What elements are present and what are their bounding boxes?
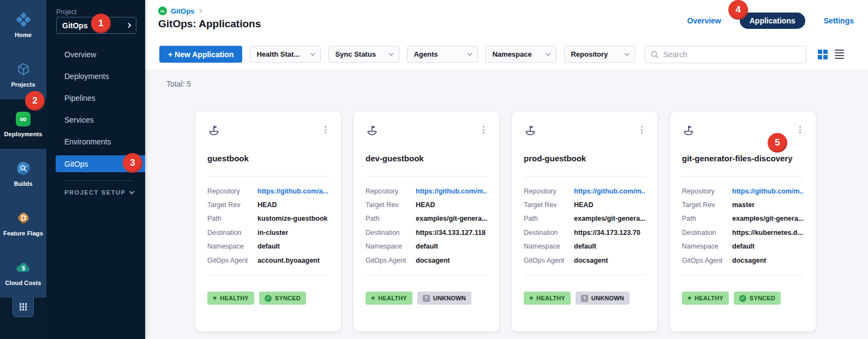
rail-module-cloud-costs[interactable]: $ Cloud Costs	[0, 248, 46, 298]
card-menu-kebab-icon[interactable]	[638, 124, 645, 135]
health-status-badge: ♥HEALTHY	[682, 292, 729, 305]
sidebar-item-label: Overview	[64, 50, 96, 59]
application-card-git-generator-files-discovery[interactable]: git-generator-files-discovery Repository…	[670, 112, 816, 331]
application-card-dev-guestbook[interactable]: dev-guestbook Repositoryhttps://github.c…	[354, 112, 499, 331]
page-header: ∞ GitOps GitOps: Applications Overview A…	[145, 0, 868, 71]
list-view-icon[interactable]	[835, 50, 844, 59]
deployments-icon: ∞	[16, 111, 31, 127]
filter-namespace[interactable]: Namespace	[486, 46, 556, 63]
row-label: Target Rev	[682, 201, 732, 209]
cloud-costs-icon: $	[15, 259, 32, 276]
rail-module-home[interactable]: Home	[0, 0, 46, 50]
annotation-badge-2: 2	[25, 91, 45, 111]
card-row-repository: Repositoryhttps://github.com/m...	[682, 184, 804, 198]
heart-icon: ♥	[687, 295, 691, 301]
card-row-target-rev: Target RevHEAD	[524, 198, 645, 211]
rail-module-feature-flags[interactable]: Feature Flags	[0, 198, 46, 248]
heart-icon: ♥	[529, 295, 533, 301]
repository-link[interactable]: https://github.com/m...	[574, 187, 645, 195]
row-value: default	[732, 243, 755, 250]
filter-label: Agents	[414, 50, 438, 58]
sidebar-item-label: GitOps	[64, 160, 88, 168]
card-row-agent: GitOps Agentdocsagent	[366, 253, 487, 267]
row-label: Namespace	[682, 243, 732, 250]
row-label: Repository	[682, 187, 732, 195]
card-row-repository: Repositoryhttps://github.com/m...	[366, 184, 487, 198]
rail-module-label: Deployments	[4, 131, 42, 137]
annotation-badge-3: 3	[123, 153, 142, 173]
application-card-prod-guestbook[interactable]: prod-guestbook Repositoryhttps://github.…	[512, 112, 657, 331]
heart-icon: ♥	[371, 295, 375, 301]
heart-icon: ♥	[213, 295, 217, 301]
filter-label: Namespace	[492, 50, 531, 58]
projects-cube-icon	[16, 61, 31, 77]
argo-app-icon	[682, 124, 695, 137]
new-application-button[interactable]: + New Application	[159, 46, 242, 63]
tab-applications[interactable]: Applications	[740, 13, 805, 29]
rail-module-label: Builds	[14, 180, 32, 187]
breadcrumb-gitops-link[interactable]: GitOps	[171, 7, 194, 15]
sidebar-item-services[interactable]: Services	[46, 109, 145, 131]
tab-settings[interactable]: Settings	[824, 16, 854, 25]
row-value: HEAD	[574, 201, 593, 209]
sidebar-item-deployments[interactable]: Deployments	[46, 65, 145, 87]
filter-health-status[interactable]: Health Stat...	[250, 46, 321, 63]
card-menu-kebab-icon[interactable]	[797, 124, 804, 135]
main-content: ∞ GitOps GitOps: Applications Overview A…	[145, 0, 868, 339]
check-circle-icon: ✓	[739, 295, 746, 302]
card-menu-kebab-icon[interactable]	[480, 124, 487, 135]
card-row-agent: GitOps Agentdocsagent	[524, 253, 645, 267]
sidebar-item-environments[interactable]: Environments	[46, 131, 145, 153]
row-value: https://34.173.123.70	[574, 229, 640, 237]
module-picker-button[interactable]	[13, 297, 34, 317]
row-label: GitOps Agent	[366, 257, 416, 264]
row-value: in-cluster	[258, 229, 288, 237]
search-input[interactable]	[663, 50, 800, 59]
filter-agents[interactable]: Agents	[407, 46, 478, 63]
card-row-path: Pathkustomize-guestbook	[207, 212, 329, 226]
card-menu-kebab-icon[interactable]	[322, 124, 329, 135]
grid-icon	[20, 303, 27, 311]
chevron-down-icon	[389, 51, 393, 56]
card-row-destination: Destinationhttps://34.133.127.118	[366, 226, 487, 239]
row-label: Destination	[524, 229, 574, 237]
row-value: https://kubernetes.d...	[732, 229, 803, 237]
row-label: Repository	[207, 187, 258, 195]
tab-overview[interactable]: Overview	[687, 16, 721, 25]
card-row-target-rev: Target Revmaster	[682, 198, 804, 211]
sidebar-item-overview[interactable]: Overview	[46, 44, 145, 65]
divider	[682, 275, 804, 275]
card-row-repository: Repositoryhttps://github.com/m...	[524, 184, 645, 198]
check-circle-icon: ✓	[265, 295, 272, 302]
total-count: Total: 5	[166, 80, 191, 88]
chevron-right-icon	[197, 9, 202, 13]
builds-icon	[16, 160, 31, 177]
repository-link[interactable]: https://github.com/m...	[732, 187, 804, 195]
rail-module-builds[interactable]: Builds	[0, 149, 46, 198]
annotation-badge-5: 5	[768, 133, 787, 153]
row-value: docsagent	[574, 257, 608, 264]
row-label: Destination	[682, 229, 732, 237]
sync-status-badge: ?UNKNOWN	[417, 292, 471, 305]
health-status-badge: ♥HEALTHY	[366, 292, 412, 305]
annotation-badge-4: 4	[728, 0, 748, 20]
sidebar-item-label: Pipelines	[64, 94, 95, 102]
row-label: Target Rev	[207, 201, 258, 209]
project-setup-toggle[interactable]: PROJECT SETUP	[64, 189, 134, 196]
module-rail: Home Projects ∞ Deployments Builds Featu…	[0, 0, 46, 339]
rail-module-label: Projects	[11, 81, 35, 88]
row-label: GitOps Agent	[207, 257, 258, 264]
grid-view-icon[interactable]	[818, 50, 828, 59]
repository-link[interactable]: https://github.com/m...	[416, 187, 487, 195]
view-toggles	[818, 50, 844, 59]
repository-link[interactable]: https://github.com/a...	[258, 187, 328, 195]
card-row-destination: Destinationhttps://kubernetes.d...	[682, 226, 804, 239]
application-card-guestbook[interactable]: guestbook Repositoryhttps://github.com/a…	[195, 112, 341, 331]
sidebar-item-pipelines[interactable]: Pipelines	[46, 87, 145, 109]
card-row-repository: Repositoryhttps://github.com/a...	[207, 184, 329, 198]
application-name: git-generator-files-discovery	[682, 154, 804, 163]
filter-repository[interactable]: Repository	[564, 46, 635, 63]
sidebar-item-label: Deployments	[64, 72, 109, 81]
chevron-down-icon	[129, 189, 135, 195]
filter-sync-status[interactable]: Sync Status	[328, 46, 399, 63]
